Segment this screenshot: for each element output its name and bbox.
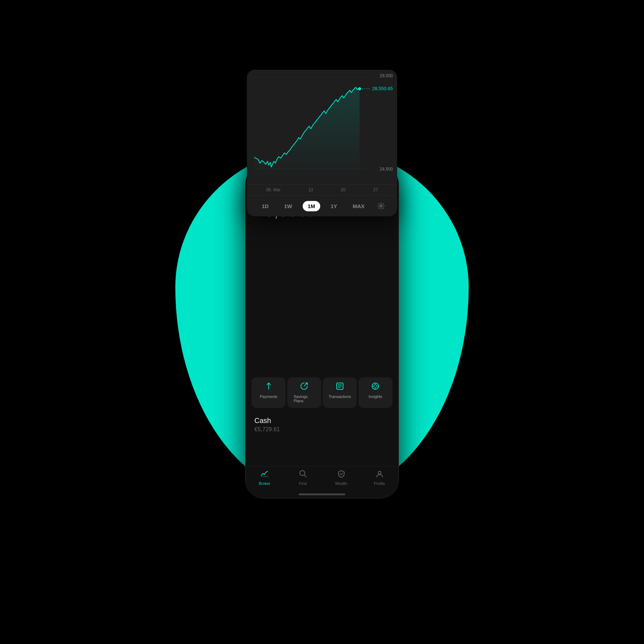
find-tab-icon [299, 470, 307, 480]
date-row: 06. Mar 13 20 27 [247, 184, 397, 195]
insights-button[interactable]: Insights [358, 377, 392, 408]
svg-line-20 [304, 475, 306, 477]
insights-icon [371, 382, 379, 392]
date-label-2: 20 [341, 187, 345, 192]
cash-amount: €5,729.61 [254, 426, 390, 432]
cash-section: Cash €5,729.61 [254, 416, 390, 432]
date-label-3: 27 [373, 187, 378, 192]
broker-tab-label: Broker [259, 481, 270, 485]
savings-label: Savings Plans [294, 394, 315, 403]
date-label-1: 13 [308, 187, 313, 192]
payments-icon [265, 382, 273, 392]
svg-point-21 [378, 471, 381, 474]
broker-tab-icon [260, 470, 269, 480]
broker-svg [260, 470, 269, 477]
tab-wealth[interactable]: Wealth [322, 470, 360, 485]
chart-card: 29,000 28,550.65 24,500 [247, 70, 397, 216]
chart-settings-button[interactable] [375, 200, 387, 212]
payments-button[interactable]: Payments [252, 377, 286, 408]
outer-background: 11:22 [0, 0, 644, 644]
find-tab-label: Find [299, 481, 307, 485]
find-svg [299, 470, 307, 477]
timeframe-max[interactable]: MAX [348, 201, 370, 211]
transactions-icon [336, 382, 344, 392]
transactions-button[interactable]: Transactions [323, 377, 357, 408]
timeframe-row: 1D 1W 1M 1Y MAX [247, 195, 397, 216]
timeframe-1y[interactable]: 1Y [326, 201, 342, 211]
wealth-tab-label: Wealth [335, 481, 347, 485]
savings-svg [300, 382, 308, 390]
svg-point-26 [380, 205, 382, 207]
svg-rect-18 [261, 476, 269, 477]
gear-icon [377, 202, 385, 210]
transactions-label: Transactions [328, 394, 351, 398]
home-indicator [299, 493, 345, 495]
savings-plans-button[interactable]: Savings Plans [287, 377, 321, 408]
payments-svg [265, 382, 273, 390]
profile-svg [376, 470, 384, 477]
timeframe-1d[interactable]: 1D [257, 201, 274, 211]
insights-label: Insights [369, 394, 382, 398]
transactions-svg [336, 382, 344, 390]
wealth-svg [337, 470, 345, 477]
savings-icon [300, 382, 308, 392]
tab-bar: Broker Find [245, 466, 399, 498]
insights-svg [371, 382, 379, 390]
chart-svg [247, 70, 397, 184]
tab-broker[interactable]: Broker [245, 470, 284, 485]
tab-profile[interactable]: Profile [360, 470, 399, 485]
payments-label: Payments [260, 394, 277, 398]
tab-find[interactable]: Find [284, 470, 322, 485]
profile-tab-label: Profile [374, 481, 385, 485]
timeframe-1w[interactable]: 1W [279, 201, 297, 211]
wealth-tab-icon [337, 470, 345, 480]
profile-tab-icon [376, 470, 384, 480]
svg-point-13 [374, 384, 377, 387]
timeframe-1m[interactable]: 1M [303, 201, 320, 211]
chart-svg-container [247, 70, 397, 184]
date-label-0: 06. Mar [266, 187, 281, 192]
chart-area: 29,000 28,550.65 24,500 [247, 70, 397, 184]
cash-title: Cash [254, 416, 390, 424]
action-buttons: Payments Savings Plans [245, 377, 399, 408]
